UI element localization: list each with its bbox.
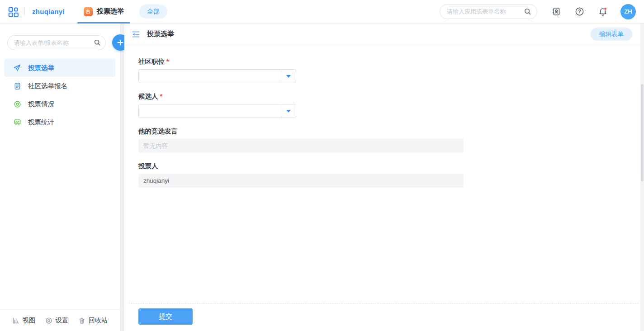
field-label-text: 候选人 <box>138 93 158 100</box>
apps-grid-icon[interactable] <box>6 5 20 19</box>
gear-icon <box>45 317 52 324</box>
required-mark: * <box>160 93 163 100</box>
help-icon[interactable]: ? <box>574 7 584 17</box>
dropdown-caret-section[interactable] <box>281 104 296 118</box>
paper-plane-icon <box>13 64 21 72</box>
global-search-input[interactable] <box>447 8 524 15</box>
settings-button[interactable]: 设置 <box>45 317 68 325</box>
presentation-chart-icon <box>13 118 21 126</box>
notification-bell-icon[interactable] <box>598 7 608 17</box>
tab-label: 投票选举 <box>97 7 124 16</box>
sidebar-footer: 视图 设置 回收站 <box>0 309 120 331</box>
recycle-bin-button[interactable]: 回收站 <box>78 317 108 325</box>
main-panel: 投票选举 编辑表单 社区职位* 候选人* 他的竞选发言 投票人 <box>124 24 644 331</box>
voter-field <box>138 174 464 188</box>
ballot-box-app-icon <box>84 7 93 16</box>
tab-vote-election[interactable]: 投票选举 <box>76 0 131 24</box>
sidebar-item-label: 投票情况 <box>28 100 54 109</box>
sidebar-item-label: 投票选举 <box>28 64 54 72</box>
field-label-speech: 他的竞选发言 <box>138 127 644 136</box>
views-label: 视图 <box>23 317 35 325</box>
recycle-bin-label: 回收站 <box>89 317 108 325</box>
sidebar-menu: 投票选举 社区选举报名 投票情况 <box>0 57 120 131</box>
candidate-select-value <box>139 104 281 118</box>
field-label-candidate: 候选人* <box>138 92 644 101</box>
submit-button[interactable]: 提交 <box>138 308 193 325</box>
form-search-input[interactable] <box>14 39 94 46</box>
workspace-username[interactable]: zhuqianyi <box>32 8 65 15</box>
collapse-sidebar-icon[interactable] <box>130 29 141 40</box>
form-header: 投票选举 编辑表单 <box>124 24 644 45</box>
trash-icon <box>78 317 85 324</box>
user-avatar[interactable]: ZH <box>620 4 636 19</box>
header-right-cluster: ? ZH <box>440 4 636 19</box>
caret-down-icon <box>286 75 291 78</box>
contacts-icon[interactable] <box>551 7 561 17</box>
form-search[interactable] <box>7 35 106 50</box>
all-filter-button[interactable]: 全部 <box>139 5 167 19</box>
global-search[interactable] <box>440 4 537 19</box>
bar-chart-icon <box>12 317 19 324</box>
edit-form-button[interactable]: 编辑表单 <box>591 28 632 41</box>
field-label-text: 投票人 <box>138 162 158 170</box>
field-label-position: 社区职位* <box>138 57 644 66</box>
sidebar-item-label: 投票统计 <box>28 118 54 127</box>
form-area: 社区职位* 候选人* 他的竞选发言 投票人 <box>124 57 644 188</box>
caret-down-icon <box>286 110 291 113</box>
field-label-text: 他的竞选发言 <box>138 128 178 135</box>
position-select-value <box>139 70 281 83</box>
document-icon <box>13 82 21 90</box>
header-divider <box>24 8 25 16</box>
active-tab-indicator <box>77 22 130 24</box>
required-mark: * <box>166 58 169 65</box>
sidebar-item-vote-election[interactable]: 投票选举 <box>5 59 115 77</box>
sidebar: 投票选举 社区选举报名 投票情况 <box>0 24 120 331</box>
sidebar-item-vote-status[interactable]: 投票情况 <box>5 95 115 113</box>
candidate-select[interactable] <box>138 104 296 118</box>
position-select[interactable] <box>138 69 296 83</box>
target-icon <box>13 100 21 108</box>
views-button[interactable]: 视图 <box>12 317 35 325</box>
search-icon[interactable] <box>94 39 101 46</box>
dropdown-caret-section[interactable] <box>281 70 296 83</box>
scrollbar-track[interactable] <box>640 24 644 331</box>
sidebar-item-registration[interactable]: 社区选举报名 <box>5 77 115 95</box>
field-label-text: 社区职位 <box>138 58 165 65</box>
form-title: 投票选举 <box>147 30 174 38</box>
sidebar-item-label: 社区选举报名 <box>28 82 67 90</box>
svg-text:?: ? <box>578 9 581 14</box>
field-label-voter: 投票人 <box>138 161 644 170</box>
sidebar-search-row <box>0 24 120 57</box>
settings-label: 设置 <box>56 317 68 325</box>
search-icon[interactable] <box>524 8 531 15</box>
submit-bar: 提交 <box>129 303 639 331</box>
scrollbar-thumb[interactable] <box>641 84 644 181</box>
sidebar-item-vote-stats[interactable]: 投票统计 <box>5 113 115 131</box>
speech-field <box>138 139 464 153</box>
top-header: zhuqianyi 投票选举 全部 <box>0 0 644 24</box>
